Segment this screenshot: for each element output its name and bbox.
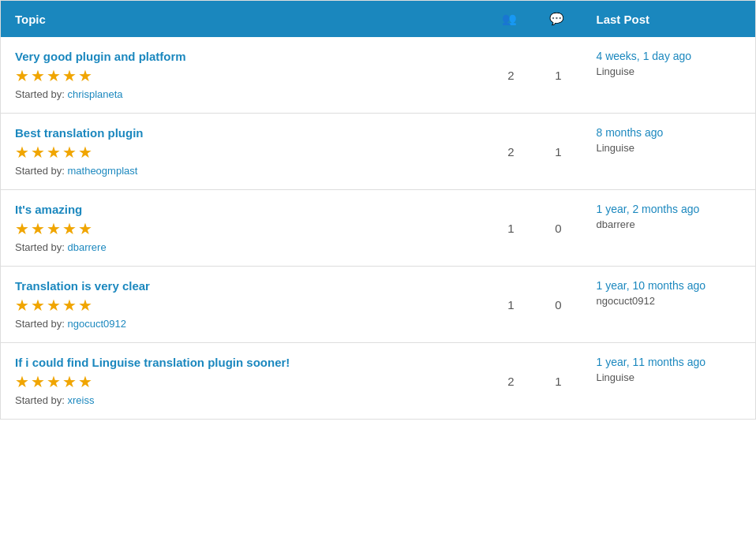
star-rating: ★★★★★ — [15, 372, 473, 391]
author-link[interactable]: chrisplaneta — [67, 88, 122, 100]
replies-cell: 0 — [535, 267, 582, 343]
replies-column-header: 💬 — [535, 1, 582, 38]
last-post-user: dbarrere — [597, 218, 635, 230]
last-post-time: 4 weeks, 1 day ago — [597, 50, 742, 62]
last-post-cell: 1 year, 10 months ago ngocuct0912 — [582, 267, 756, 343]
star-rating: ★★★★★ — [15, 219, 473, 238]
star-rating: ★★★★★ — [15, 296, 473, 315]
last-post-cell: 1 year, 2 months ago dbarrere — [582, 190, 756, 267]
last-post-user: Linguise — [597, 142, 634, 154]
star-rating: ★★★★★ — [15, 66, 473, 85]
table-row: Translation is very clear ★★★★★ Started … — [1, 267, 756, 343]
topic-cell: Translation is very clear ★★★★★ Started … — [1, 267, 488, 343]
last-post-user: Linguise — [597, 371, 634, 383]
voices-cell: 2 — [488, 114, 535, 190]
author-link[interactable]: ngocuct0912 — [67, 318, 125, 330]
last-post-user: Linguise — [597, 65, 634, 77]
topic-title-link[interactable]: If i could find Linguise translation plu… — [15, 356, 473, 369]
last-post-column-header: Last Post — [582, 1, 756, 38]
topic-column-header: Topic — [1, 1, 488, 38]
last-post-time: 1 year, 10 months ago — [597, 279, 742, 292]
table-row: Very good plugin and platform ★★★★★ Star… — [1, 37, 756, 114]
voices-cell: 2 — [488, 343, 535, 420]
last-post-time: 8 months ago — [597, 126, 742, 139]
started-by: Started by: matheogmplast — [15, 165, 473, 177]
voices-cell: 1 — [488, 267, 535, 343]
author-link[interactable]: matheogmplast — [67, 165, 137, 177]
voices-cell: 1 — [488, 190, 535, 267]
topic-title-link[interactable]: Translation is very clear — [15, 279, 473, 293]
topic-title-link[interactable]: Very good plugin and platform — [15, 50, 473, 63]
voices-cell: 2 — [488, 37, 535, 114]
last-post-time: 1 year, 2 months ago — [597, 203, 742, 215]
users-icon: 👥 — [502, 12, 517, 25]
table-row: It's amazing ★★★★★ Started by: dbarrere … — [1, 190, 756, 267]
topic-title-link[interactable]: Best translation plugin — [15, 126, 473, 140]
forum-table: Topic 👥 💬 Last Post Very good plugin and… — [0, 0, 756, 420]
last-post-cell: 8 months ago Linguise — [582, 114, 756, 190]
topic-cell: Best translation plugin ★★★★★ Started by… — [1, 114, 488, 190]
replies-cell: 1 — [535, 114, 582, 190]
star-rating: ★★★★★ — [15, 143, 473, 162]
started-by: Started by: ngocuct0912 — [15, 318, 473, 330]
table-row: Best translation plugin ★★★★★ Started by… — [1, 114, 756, 190]
replies-cell: 1 — [535, 343, 582, 420]
topic-cell: If i could find Linguise translation plu… — [1, 343, 488, 420]
topic-cell: It's amazing ★★★★★ Started by: dbarrere — [1, 190, 488, 267]
topic-title-link[interactable]: It's amazing — [15, 203, 473, 216]
author-link[interactable]: dbarrere — [67, 241, 106, 253]
started-by: Started by: xreiss — [15, 394, 473, 406]
started-by: Started by: dbarrere — [15, 241, 473, 253]
started-by: Started by: chrisplaneta — [15, 88, 473, 100]
replies-cell: 0 — [535, 190, 582, 267]
table-row: If i could find Linguise translation plu… — [1, 343, 756, 420]
topic-cell: Very good plugin and platform ★★★★★ Star… — [1, 37, 488, 114]
last-post-user: ngocuct0912 — [597, 295, 655, 307]
replies-cell: 1 — [535, 37, 582, 114]
last-post-time: 1 year, 11 months ago — [597, 356, 742, 368]
voices-column-header: 👥 — [488, 1, 535, 38]
last-post-cell: 4 weeks, 1 day ago Linguise — [582, 37, 756, 114]
author-link[interactable]: xreiss — [67, 394, 94, 406]
last-post-cell: 1 year, 11 months ago Linguise — [582, 343, 756, 420]
reply-icon: 💬 — [549, 12, 564, 25]
